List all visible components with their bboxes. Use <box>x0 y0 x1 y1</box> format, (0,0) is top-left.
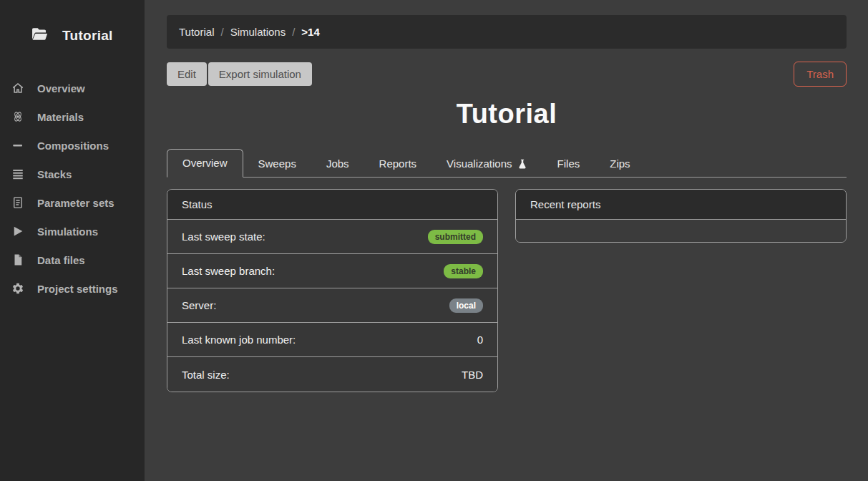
sidebar-item-label: Parameter sets <box>37 197 114 209</box>
sidebar-item-project-settings[interactable]: Project settings <box>0 274 145 303</box>
sidebar-item-simulations[interactable]: Simulations <box>0 217 145 246</box>
sidebar-item-data-files[interactable]: Data files <box>0 246 145 274</box>
status-row-last-sweep-state: Last sweep state: submitted <box>167 220 497 254</box>
status-label: Server: <box>182 299 216 311</box>
breadcrumb-link-project[interactable]: Tutorial <box>179 26 214 38</box>
tab-zips[interactable]: Zips <box>595 150 645 178</box>
sidebar-item-stacks[interactable]: Stacks <box>0 160 145 188</box>
sidebar-item-overview[interactable]: Overview <box>0 74 145 102</box>
flask-icon <box>517 158 527 170</box>
list-icon <box>11 167 24 180</box>
sidebar-item-parameter-sets[interactable]: Parameter sets <box>0 188 145 217</box>
status-badge: submitted <box>428 230 483 244</box>
app-window: Tutorial Overview <box>0 0 868 481</box>
minus-icon <box>11 139 24 152</box>
tab-jobs[interactable]: Jobs <box>311 150 364 178</box>
breadcrumb: Tutorial / Simulations / >14 <box>167 15 847 49</box>
status-value: TBD <box>462 369 483 381</box>
status-row-server: Server: local <box>167 288 497 323</box>
status-badge: stable <box>444 264 483 278</box>
toolbar: Edit Export simulation Trash <box>167 62 847 87</box>
status-panel: Status Last sweep state: submitted Last … <box>167 189 498 392</box>
status-badge: local <box>449 298 483 313</box>
tab-sweeps[interactable]: Sweeps <box>243 150 311 178</box>
main-content: Tutorial / Simulations / >14 Edit Export… <box>145 0 868 481</box>
status-label: Total size: <box>182 369 230 381</box>
sidebar-item-label: Data files <box>37 254 85 266</box>
gear-icon <box>11 282 24 295</box>
tab-label: Visualizations <box>447 157 512 170</box>
status-value: 0 <box>477 334 483 346</box>
breadcrumb-separator: / <box>292 26 295 38</box>
recent-reports-title: Recent reports <box>516 190 846 220</box>
sidebar-item-label: Stacks <box>37 168 72 180</box>
tab-reports[interactable]: Reports <box>364 150 432 178</box>
sidebar-item-label: Overview <box>37 82 85 94</box>
sidebar-item-label: Compositions <box>37 140 109 152</box>
breadcrumb-separator: / <box>220 26 223 38</box>
recent-reports-panel: Recent reports <box>515 189 847 243</box>
export-simulation-button[interactable]: Export simulation <box>208 62 312 86</box>
status-row-total-size: Total size: TBD <box>167 357 497 392</box>
sidebar-item-materials[interactable]: Materials <box>0 102 145 131</box>
tab-label: Jobs <box>326 157 349 170</box>
sidebar-item-compositions[interactable]: Compositions <box>0 131 145 160</box>
tab-label: Overview <box>182 157 228 169</box>
project-name: Tutorial <box>62 28 113 44</box>
tab-visualizations[interactable]: Visualizations <box>431 150 542 178</box>
document-lines-icon <box>11 196 24 209</box>
sidebar-item-label: Materials <box>37 111 84 123</box>
breadcrumb-link-simulations[interactable]: Simulations <box>230 26 286 38</box>
tab-overview[interactable]: Overview <box>167 149 243 178</box>
sidebar: Tutorial Overview <box>0 0 145 481</box>
sidebar-item-label: Project settings <box>37 283 118 295</box>
status-label: Last known job number: <box>182 334 296 346</box>
breadcrumb-current: >14 <box>301 26 319 38</box>
tab-label: Zips <box>610 157 630 170</box>
trash-button[interactable]: Trash <box>794 62 847 87</box>
overview-content: Status Last sweep state: submitted Last … <box>167 189 847 392</box>
page-title: Tutorial <box>167 99 847 130</box>
tab-label: Files <box>557 157 580 170</box>
sidebar-item-label: Simulations <box>37 225 98 238</box>
file-icon <box>11 253 24 266</box>
status-label: Last sweep state: <box>182 230 265 243</box>
play-icon <box>11 225 24 238</box>
recent-reports-empty-row <box>516 220 846 242</box>
tab-label: Sweeps <box>258 157 296 170</box>
status-panel-title: Status <box>167 190 497 220</box>
edit-button[interactable]: Edit <box>167 62 207 86</box>
tab-files[interactable]: Files <box>542 150 595 178</box>
tab-label: Reports <box>379 157 417 170</box>
status-row-last-known-job-number: Last known job number: 0 <box>167 323 497 357</box>
tab-bar: Overview Sweeps Jobs Reports Visualizati… <box>167 149 847 178</box>
status-row-last-sweep-branch: Last sweep branch: stable <box>167 254 497 288</box>
open-folder-icon <box>31 27 48 44</box>
atom-icon <box>11 110 24 123</box>
status-label: Last sweep branch: <box>182 265 275 277</box>
project-brand[interactable]: Tutorial <box>0 0 145 44</box>
sidebar-nav: Overview Materials Compositions <box>0 74 145 303</box>
home-icon <box>11 82 24 94</box>
